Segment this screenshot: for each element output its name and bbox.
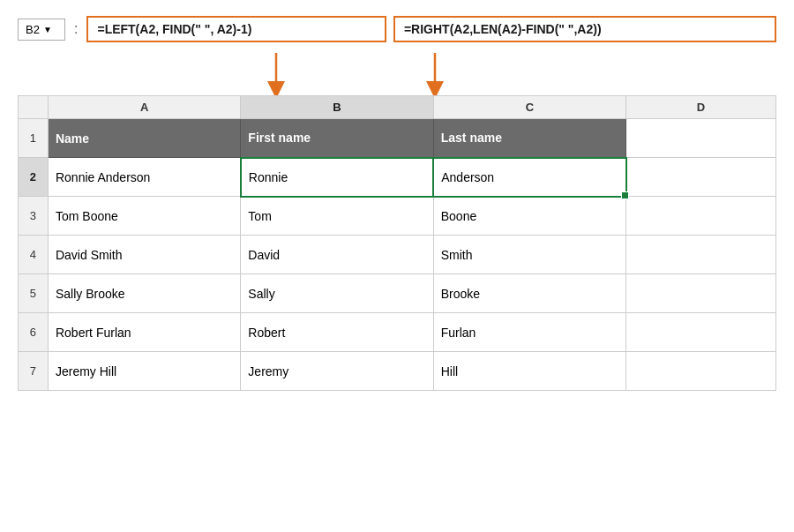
table-row: 2 Ronnie Anderson Ronnie Anderson: [19, 158, 776, 197]
header-row: 1 Name First name Last name: [19, 119, 776, 158]
header-firstname: First name: [241, 119, 433, 158]
row-num-5: 5: [19, 274, 49, 313]
arrow-to-b: [267, 51, 285, 95]
row-num-6: 6: [19, 313, 49, 352]
formula-bar: B2 ▼ : =LEFT(A2, FIND(" ", A2)-1) =RIGHT…: [18, 16, 776, 42]
cell-c6[interactable]: Furlan: [433, 313, 625, 352]
cell-d2: [626, 158, 776, 197]
table-row: 5 Sally Brooke Sally Brooke: [19, 274, 776, 313]
cell-ref-dropdown-icon[interactable]: ▼: [43, 25, 52, 34]
col-header-a[interactable]: A: [48, 96, 240, 119]
table-row: 7 Jeremy Hill Jeremy Hill: [19, 352, 776, 391]
cell-c4[interactable]: Smith: [433, 236, 625, 274]
header-lastname: Last name: [433, 119, 625, 158]
cell-ref-label: B2: [26, 23, 40, 36]
cell-c3[interactable]: Boone: [433, 197, 625, 236]
cell-d4: [626, 236, 776, 274]
cell-d7: [626, 352, 776, 391]
cell-d6: [626, 313, 776, 352]
row-num-1: 1: [19, 119, 49, 158]
col-header-d[interactable]: D: [626, 96, 776, 119]
cell-d5: [626, 274, 776, 313]
formula-bar-separator: :: [72, 21, 79, 37]
cell-a6[interactable]: Robert Furlan: [48, 313, 240, 352]
row-num-3: 3: [19, 197, 49, 236]
cell-a7[interactable]: Jeremy Hill: [48, 352, 240, 391]
formula-left[interactable]: =LEFT(A2, FIND(" ", A2)-1): [86, 16, 386, 42]
col-header-c[interactable]: C: [433, 96, 625, 119]
cell-c2[interactable]: Anderson: [433, 158, 625, 197]
cell-b5[interactable]: Sally: [241, 274, 433, 313]
table-row: 3 Tom Boone Tom Boone: [19, 197, 776, 236]
cell-a4[interactable]: David Smith: [48, 236, 240, 274]
row-num-2: 2: [19, 158, 49, 197]
cell-b3[interactable]: Tom: [241, 197, 433, 236]
cell-b4[interactable]: David: [241, 236, 433, 274]
cell-a5[interactable]: Sally Brooke: [48, 274, 240, 313]
formula-right[interactable]: =RIGHT(A2,LEN(A2)-FIND(" ",A2)): [393, 16, 776, 42]
cell-a2[interactable]: Ronnie Anderson: [48, 158, 240, 197]
cell-b7[interactable]: Jeremy: [241, 352, 433, 391]
corner-header: [19, 96, 49, 119]
spreadsheet: A B C D 1 Name First name Last name 2 Ro…: [18, 95, 776, 391]
row-num-4: 4: [19, 236, 49, 274]
cell-d3: [626, 197, 776, 236]
header-d-empty: [626, 119, 776, 158]
cell-c5[interactable]: Brooke: [433, 274, 625, 313]
cell-c7[interactable]: Hill: [433, 352, 625, 391]
row-num-7: 7: [19, 352, 49, 391]
arrow-to-c: [426, 51, 444, 95]
cell-b6[interactable]: Robert: [241, 313, 433, 352]
header-name: Name: [48, 119, 240, 158]
cell-a3[interactable]: Tom Boone: [48, 197, 240, 236]
col-header-b[interactable]: B: [241, 96, 433, 119]
cell-reference-box[interactable]: B2 ▼: [18, 19, 65, 41]
table-row: 4 David Smith David Smith: [19, 236, 776, 274]
cell-b2[interactable]: Ronnie: [241, 158, 433, 197]
table-row: 6 Robert Furlan Robert Furlan: [19, 313, 776, 352]
